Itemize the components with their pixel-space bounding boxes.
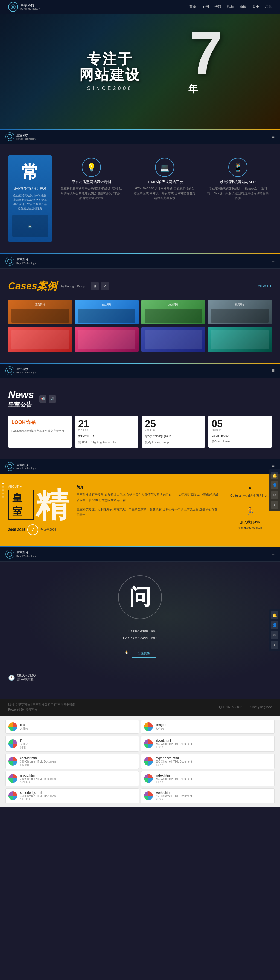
dots-navigation: [2, 483, 4, 498]
file-size-js: 0 KB: [20, 746, 136, 749]
up-icon[interactable]: ▲: [271, 501, 278, 509]
contact-hours-days: 周一至周五: [17, 678, 36, 682]
cases-icon-1[interactable]: ⊞: [90, 282, 99, 290]
news-card-4-body: 慧Open House: [208, 438, 272, 447]
case-item-7[interactable]: [141, 327, 206, 352]
case-item-3[interactable]: 旅游网站: [141, 300, 206, 325]
news-card-4-num: 05: [212, 419, 269, 429]
notification-icon[interactable]: 🔔: [271, 471, 278, 479]
news-card-1-logo: LOOK饰品: [11, 419, 68, 425]
case-item-1[interactable]: 宣传网站: [8, 300, 72, 325]
contact-header-bar: 皇室科技 Royal Technology ≡: [0, 547, 280, 562]
services-menu-icon[interactable]: ≡: [272, 134, 275, 140]
file-item-superiority[interactable]: superiority.html 360 Chrome HTML Documen…: [5, 788, 139, 803]
contact-notif-icon[interactable]: 🔔: [271, 611, 278, 619]
contact-online-btn[interactable]: 在线咨询: [131, 650, 156, 658]
about-section-title: 简介: [77, 485, 220, 490]
file-name-works: works.html: [156, 791, 272, 795]
news-logo: 皇室科技 Royal Technology: [5, 366, 36, 375]
file-item-group[interactable]: group.html 360 Chrome HTML Document 5.21…: [5, 771, 139, 786]
file-item-about[interactable]: about.html 360 Chrome HTML Document 1.88…: [141, 736, 275, 752]
contact-fax: FAX：852 3499 1687: [8, 635, 272, 641]
cases-icon-2[interactable]: ↗: [101, 282, 109, 290]
cases-company-sub: Royal Technology: [16, 262, 36, 264]
news-company-sub: Royal Technology: [16, 371, 36, 374]
dot-2[interactable]: [2, 486, 4, 488]
file-item-css[interactable]: css 文件夹: [5, 720, 139, 733]
nav-video[interactable]: 视频: [227, 5, 234, 9]
file-size-superiority: 13.8 KB: [20, 798, 136, 801]
file-info-index: index.html 360 Chrome HTML Document 19.7…: [156, 773, 272, 784]
about-job-link[interactable]: hr@xkdgs.com.cn: [228, 526, 272, 529]
about-brand-icon: 皇室: [8, 490, 34, 520]
file-item-works[interactable]: works.html 360 Chrome HTML Document 24.2…: [141, 788, 275, 803]
news-main-title: News: [8, 389, 34, 401]
about-divider: [228, 502, 272, 503]
case-item-6[interactable]: [75, 327, 139, 352]
nav-news[interactable]: 新闻: [239, 5, 247, 9]
cases-logo: 皇室科技 Royal Technology: [5, 257, 36, 266]
case-item-2[interactable]: 企业网站: [75, 300, 139, 325]
hero-title: 专注于 网站建设: [79, 51, 141, 83]
top-navigation: 皇 皇室科技 Royal Technology 首页 案例 传媒 视频 新闻 关…: [0, 0, 280, 14]
file-item-js[interactable]: js 文件夹 0 KB: [5, 736, 139, 752]
about-menu-icon[interactable]: ≡: [272, 464, 275, 469]
nav-links: 首页 案例 传媒 视频 新闻 关于 联系: [189, 5, 272, 9]
about-year-num: 7: [32, 527, 34, 533]
file-item-experience[interactable]: experience.html 360 Chrome HTML Document…: [141, 754, 275, 769]
hero-suffix: 年: [188, 83, 198, 96]
file-item-images[interactable]: images 文件夹: [141, 720, 275, 733]
service-desc-1: 皇室科技拥有多年平台功能型网站设计定制 让用户深入平台功能建设的合理需求开发 网…: [60, 186, 122, 201]
nav-contact[interactable]: 联系: [265, 5, 272, 9]
contact-up-icon[interactable]: ▲: [271, 641, 278, 649]
cases-menu-icon[interactable]: ≡: [272, 258, 275, 264]
contact-menu-icon[interactable]: ≡: [272, 551, 275, 557]
nav-cases[interactable]: 案例: [202, 5, 209, 9]
about-logo-text: 皇室科技 Royal Technology: [16, 463, 36, 470]
services-company-name: 皇室科技: [16, 134, 36, 137]
dot-4[interactable]: [2, 493, 4, 494]
services-header: 皇室科技 Royal Technology ≡: [0, 129, 280, 144]
service-title-2: HTML5响应式网站开发: [133, 180, 196, 185]
dot-3[interactable]: [2, 489, 4, 491]
contact-logo-inner: [7, 552, 12, 557]
service-featured: 常 企业宣传网站设计开发 企业宣传网站设计开发 全国高端定制网站设计 网站全品生…: [8, 155, 52, 242]
about-logo: 皇室科技 Royal Technology: [5, 462, 36, 471]
services-company-sub: Royal Technology: [16, 137, 36, 140]
news-icon-speaker[interactable]: 📢: [40, 395, 46, 402]
file-info-css: css 文件夹: [20, 723, 136, 730]
about-logo-inner: [7, 464, 12, 469]
file-name-about: about.html: [156, 738, 272, 742]
file-icon-about: [144, 739, 153, 748]
nav-about[interactable]: 关于: [252, 5, 259, 9]
news-card-3[interactable]: 25 2014.06 慧My training group 慧My traini…: [142, 416, 205, 448]
contact-user-icon[interactable]: 👤: [271, 621, 278, 629]
clock-icon: 🕐: [8, 675, 15, 681]
news-menu-icon[interactable]: ≡: [272, 368, 275, 374]
file-item-contact[interactable]: contact.html 360 Chrome HTML Document 83…: [5, 754, 139, 769]
cases-company: 皇室科技: [16, 258, 36, 262]
news-card-4[interactable]: 05 2013.11 Open House 慧Open House: [208, 416, 272, 448]
contact-hours: 🕐 09:00~18:00 周一至周五: [8, 674, 36, 682]
dot-5[interactable]: [2, 496, 4, 498]
about-right: ✦ Cultural 全力以赴 互利共生 🏃 加入我们Job hr@xkdgs.…: [228, 485, 272, 535]
contact-mail-icon[interactable]: ✉: [271, 631, 278, 639]
nav-home[interactable]: 首页: [189, 5, 196, 9]
dot-1[interactable]: [2, 483, 4, 484]
cases-view-all[interactable]: VIEW ALL: [258, 285, 272, 288]
news-header-bar: 皇室科技 Royal Technology ≡: [0, 364, 280, 378]
case-item-5[interactable]: [8, 327, 72, 352]
news-card-1[interactable]: LOOK饰品 LOOK饰品 组织架构产品开发 建立完善平台: [8, 416, 72, 448]
user-icon[interactable]: 👤: [271, 481, 278, 489]
case-item-8[interactable]: [208, 327, 272, 352]
news-card-2[interactable]: 21 2014.06 爱BAYILED 慧BAYILED lighting Am…: [75, 416, 138, 448]
case-item-4[interactable]: 物流网站: [208, 300, 272, 325]
news-card-2-num: 21: [78, 419, 135, 429]
file-item-index[interactable]: index.html 360 Chrome HTML Document 19.7…: [141, 771, 275, 786]
case-img-6: [75, 327, 139, 352]
news-icon-volume[interactable]: 🔊: [49, 395, 56, 402]
logo-company: 皇室科技: [20, 3, 40, 8]
mail-icon[interactable]: ✉: [271, 491, 278, 499]
featured-char: 常: [12, 161, 48, 184]
nav-media[interactable]: 传媒: [214, 5, 221, 9]
